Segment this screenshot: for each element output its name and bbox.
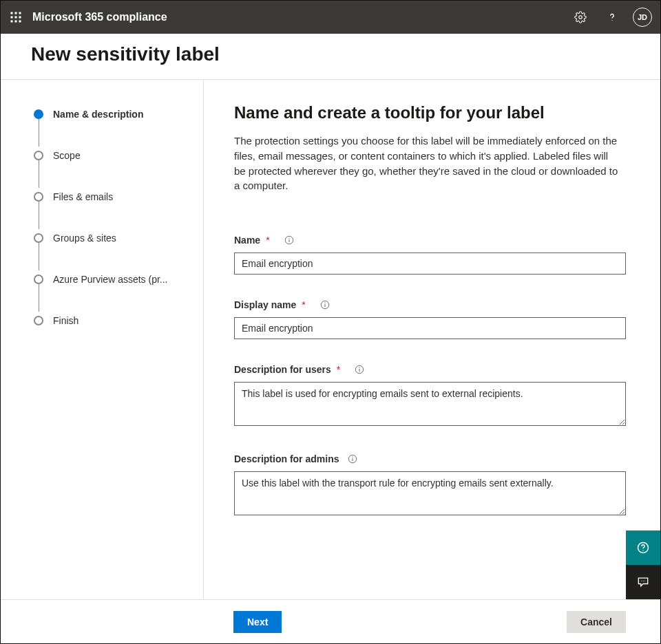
wizard-step-name[interactable]: Name & description — [34, 106, 188, 122]
wizard-step-label: Azure Purview assets (pr... — [53, 274, 168, 285]
svg-point-13 — [288, 238, 289, 239]
wizard-step-label: Groups & sites — [53, 233, 116, 244]
page-title-row: New sensitivity label — [1, 34, 660, 80]
svg-rect-4 — [15, 17, 17, 19]
form-area: Name and create a tooltip for your label… — [204, 80, 660, 599]
svg-rect-5 — [19, 17, 21, 19]
floating-feedback-button[interactable] — [626, 565, 660, 599]
form-heading: Name and create a tooltip for your label — [234, 103, 626, 122]
field-label: Description for users — [234, 364, 331, 375]
info-icon[interactable] — [347, 453, 358, 464]
page-title: New sensitivity label — [31, 43, 630, 65]
svg-point-25 — [641, 581, 642, 581]
app-launcher-icon[interactable] — [9, 10, 23, 24]
svg-rect-0 — [11, 12, 13, 14]
step-bullet-icon — [34, 275, 43, 284]
wizard-nav: Name & description Scope Files & emails … — [1, 80, 204, 599]
wizard-step-label: Scope — [53, 150, 81, 161]
field-label: Name — [234, 235, 260, 246]
info-icon[interactable] — [354, 364, 365, 375]
field-label: Display name — [234, 299, 296, 310]
svg-rect-2 — [19, 12, 21, 14]
required-mark: * — [266, 235, 269, 246]
wizard-step-purview[interactable]: Azure Purview assets (pr... — [34, 271, 188, 288]
field-name: Name * — [234, 235, 626, 275]
display-name-input[interactable] — [234, 317, 626, 339]
top-app-bar: Microsoft 365 compliance JD — [1, 1, 660, 34]
svg-point-27 — [644, 581, 645, 581]
svg-rect-1 — [15, 12, 17, 14]
wizard-step-groups-sites[interactable]: Groups & sites — [34, 230, 188, 246]
wizard-step-files-emails[interactable]: Files & emails — [34, 189, 188, 205]
field-display-name: Display name * — [234, 299, 626, 339]
wizard-step-finish[interactable]: Finish — [34, 312, 188, 329]
step-bullet-icon — [34, 233, 43, 243]
description-admins-input[interactable] — [234, 471, 626, 515]
svg-rect-7 — [15, 21, 17, 23]
next-button[interactable]: Next — [233, 611, 282, 633]
wizard-step-scope[interactable]: Scope — [34, 147, 188, 164]
svg-point-19 — [359, 367, 360, 368]
cancel-button[interactable]: Cancel — [567, 611, 626, 633]
name-input[interactable] — [234, 253, 626, 275]
svg-rect-6 — [11, 21, 13, 23]
step-bullet-icon — [34, 192, 43, 202]
svg-point-22 — [353, 457, 353, 458]
wizard-step-label: Name & description — [53, 109, 143, 120]
wizard-step-label: Finish — [53, 315, 78, 326]
wizard-step-label: Files & emails — [53, 191, 113, 202]
field-description-admins: Description for admins — [234, 453, 626, 518]
svg-point-26 — [642, 581, 643, 581]
help-icon[interactable] — [601, 6, 623, 28]
svg-point-10 — [611, 20, 612, 21]
description-users-input[interactable] — [234, 382, 626, 426]
svg-point-24 — [642, 550, 643, 551]
step-bullet-icon — [34, 109, 43, 119]
svg-rect-3 — [11, 17, 13, 19]
product-title: Microsoft 365 compliance — [32, 11, 167, 23]
required-mark: * — [337, 364, 340, 375]
wizard-footer: Next Cancel — [1, 599, 660, 643]
step-bullet-icon — [34, 316, 43, 325]
floating-help-button[interactable] — [626, 530, 660, 565]
svg-rect-8 — [19, 21, 21, 23]
settings-icon[interactable] — [569, 6, 591, 28]
required-mark: * — [302, 299, 305, 310]
svg-point-16 — [324, 303, 325, 303]
field-description-users: Description for users * — [234, 364, 626, 429]
svg-point-9 — [579, 16, 583, 19]
floating-side-buttons — [626, 530, 660, 599]
form-intro-text: The protection settings you choose for t… — [234, 133, 620, 193]
info-icon[interactable] — [319, 299, 330, 310]
user-avatar[interactable]: JD — [633, 8, 652, 27]
step-bullet-icon — [34, 151, 43, 160]
field-label: Description for admins — [234, 453, 339, 464]
info-icon[interactable] — [284, 235, 295, 246]
